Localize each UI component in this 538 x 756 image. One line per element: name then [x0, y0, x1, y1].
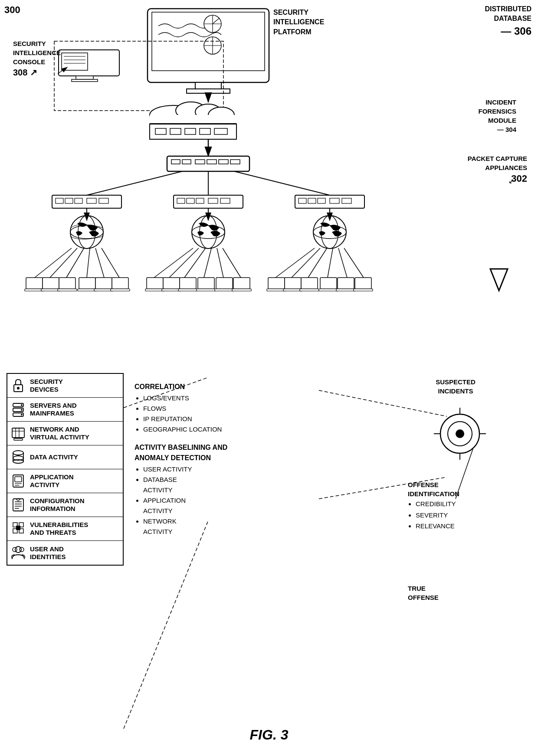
svg-line-73 — [66, 249, 84, 278]
svg-point-5 — [204, 37, 221, 54]
panel-item-vulnerabilities: VULNERABILITIESAND THREATS — [7, 517, 123, 541]
svg-point-64 — [70, 226, 103, 239]
svg-rect-106 — [178, 289, 197, 291]
svg-rect-103 — [163, 278, 180, 289]
correlation-item-1: LOGS/EVENTS — [143, 393, 317, 403]
svg-rect-117 — [301, 278, 318, 289]
svg-line-75 — [95, 248, 104, 278]
servers-text: SERVERS ANDMAINFRAMES — [30, 402, 77, 417]
pca-arrow: ↙ — [508, 177, 514, 185]
svg-rect-39 — [219, 160, 228, 164]
offense-credibility: CREDIBILITY — [416, 498, 503, 510]
svg-line-41 — [87, 171, 182, 195]
svg-rect-36 — [182, 160, 191, 164]
figure-300-label: 300 — [4, 4, 20, 16]
svg-line-87 — [338, 248, 347, 278]
svg-line-79 — [184, 249, 205, 278]
svg-point-68 — [313, 216, 346, 249]
distributed-database-label: DISTRIBUTEDDATABASE— 306 — [485, 4, 531, 38]
svg-rect-49 — [99, 198, 108, 203]
svg-rect-93 — [59, 278, 75, 289]
svg-point-148 — [21, 409, 23, 411]
svg-rect-53 — [196, 198, 204, 203]
svg-point-70 — [313, 226, 346, 239]
svg-line-82 — [223, 248, 241, 278]
svg-rect-25 — [150, 115, 236, 124]
panel-item-application: APPLICATIONACTIVITY — [7, 469, 123, 493]
svg-rect-95 — [79, 278, 95, 289]
svg-rect-28 — [155, 128, 166, 134]
svg-rect-123 — [355, 278, 371, 289]
svg-rect-99 — [112, 278, 128, 289]
svg-rect-98 — [94, 289, 113, 291]
svg-rect-30 — [185, 128, 196, 134]
svg-rect-61 — [342, 198, 351, 203]
activity-item-3: APPLICATIONACTIVITY — [143, 495, 317, 516]
svg-point-21 — [150, 105, 197, 124]
svg-rect-58 — [308, 198, 316, 203]
svg-rect-40 — [230, 160, 240, 164]
svg-point-155 — [13, 451, 23, 455]
sip-label: SECURITYINTELLIGENCEPLATFORM — [273, 8, 324, 37]
svg-rect-32 — [214, 128, 227, 134]
svg-rect-31 — [200, 128, 210, 134]
vulnerabilities-text: VULNERABILITIESAND THREATS — [30, 521, 88, 537]
svg-point-147 — [21, 404, 23, 406]
svg-rect-48 — [87, 198, 96, 203]
svg-line-127 — [124, 520, 208, 729]
svg-rect-154 — [14, 439, 23, 440]
left-panel: SECURITYDEVICES SERVERS ANDMAINFRAMES — [7, 373, 124, 566]
fig-caption: FIG. 3 — [250, 727, 289, 743]
svg-rect-12 — [62, 53, 88, 70]
svg-rect-121 — [338, 278, 354, 289]
svg-line-84 — [292, 248, 320, 278]
panel-item-data: DATA ACTIVITY — [7, 445, 123, 469]
svg-rect-116 — [283, 289, 302, 291]
svg-rect-96 — [78, 289, 97, 291]
config-icon — [10, 497, 26, 513]
svg-rect-120 — [319, 289, 338, 291]
svg-rect-101 — [147, 278, 163, 289]
svg-rect-90 — [25, 289, 44, 291]
svg-rect-59 — [318, 198, 325, 203]
svg-rect-107 — [198, 278, 214, 289]
svg-rect-10 — [54, 41, 223, 111]
panel-item-config: CONFIGURATIONINFORMATION — [7, 493, 123, 517]
svg-point-62 — [70, 216, 103, 249]
activity-list: USER ACTIVITY DATABASEACTIVITY APPLICATI… — [143, 464, 317, 537]
svg-rect-56 — [295, 195, 364, 208]
svg-rect-112 — [232, 289, 251, 291]
svg-rect-114 — [267, 289, 286, 291]
svg-rect-108 — [197, 289, 216, 291]
svg-rect-109 — [216, 278, 233, 289]
svg-rect-94 — [58, 289, 77, 291]
svg-line-83 — [276, 248, 315, 278]
panel-item-security-devices: SECURITYDEVICES — [7, 374, 123, 398]
activity-item-4: NETWORKACTIVITY — [143, 516, 317, 537]
panel-item-servers: SERVERS ANDMAINFRAMES — [7, 398, 123, 422]
svg-rect-34 — [167, 156, 249, 171]
vuln-icon — [10, 520, 26, 537]
svg-point-23 — [195, 104, 221, 120]
server-icon — [10, 401, 26, 418]
svg-point-63 — [78, 216, 95, 249]
user-text: USER ANDIDENTITIES — [30, 545, 66, 561]
svg-rect-92 — [41, 289, 60, 291]
svg-rect-0 — [148, 9, 269, 82]
true-offense-label: TRUEOFFENSE — [408, 584, 503, 602]
svg-line-88 — [344, 248, 364, 278]
user-icon — [10, 545, 26, 561]
diagram-container: 300 DISTRIBUTEDDATABASE— 306 SECURITYINT… — [0, 0, 538, 756]
svg-rect-29 — [170, 128, 181, 134]
svg-rect-35 — [171, 160, 180, 164]
offense-relevance: RELEVANCE — [416, 520, 503, 532]
right-content: SUSPECTEDINCIDENTS OFFENSEIDENTIFICATION… — [408, 377, 503, 602]
svg-rect-55 — [220, 198, 230, 203]
correlation-item-4: GEOGRAPHIC LOCATION — [143, 424, 317, 435]
svg-rect-8 — [195, 82, 221, 89]
ifm-label: INCIDENTFORENSICSMODULE— 304 — [478, 98, 516, 134]
svg-rect-104 — [162, 289, 181, 291]
svg-rect-37 — [195, 160, 205, 164]
lock-icon — [10, 377, 26, 394]
svg-rect-110 — [215, 289, 234, 291]
